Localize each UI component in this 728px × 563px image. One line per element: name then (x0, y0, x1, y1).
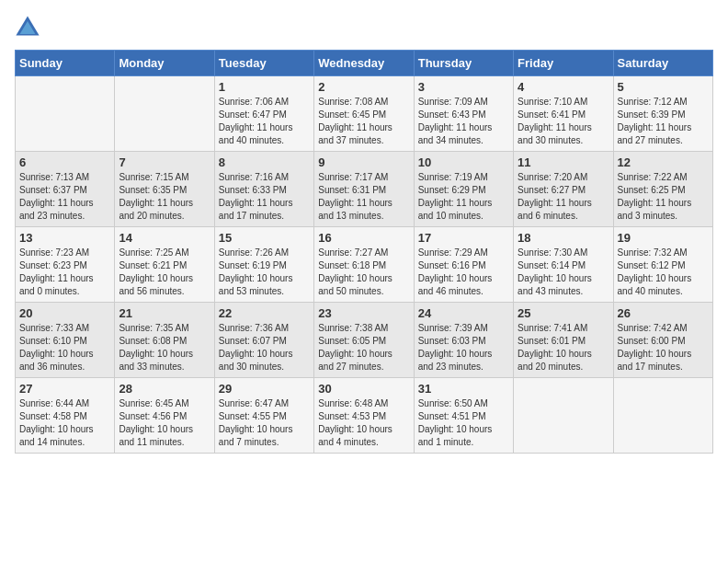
day-number: 18 (518, 231, 609, 245)
day-number: 3 (418, 80, 509, 94)
day-info: Sunrise: 7:08 AM Sunset: 6:45 PM Dayligh… (318, 96, 409, 147)
day-number: 19 (618, 231, 709, 245)
day-number: 14 (119, 231, 210, 245)
logo (15, 15, 44, 40)
calendar-cell: 24Sunrise: 7:39 AM Sunset: 6:03 PM Dayli… (414, 303, 513, 378)
calendar-week-row: 20Sunrise: 7:33 AM Sunset: 6:10 PM Dayli… (16, 303, 713, 378)
day-info: Sunrise: 7:30 AM Sunset: 6:14 PM Dayligh… (518, 247, 609, 298)
calendar-cell: 8Sunrise: 7:16 AM Sunset: 6:33 PM Daylig… (214, 152, 313, 227)
calendar-cell: 26Sunrise: 7:42 AM Sunset: 6:00 PM Dayli… (613, 303, 712, 378)
day-info: Sunrise: 7:22 AM Sunset: 6:25 PM Dayligh… (618, 171, 709, 223)
day-number: 9 (318, 155, 409, 169)
calendar-cell: 3Sunrise: 7:09 AM Sunset: 6:43 PM Daylig… (414, 76, 513, 152)
calendar-cell: 25Sunrise: 7:41 AM Sunset: 6:01 PM Dayli… (514, 303, 613, 378)
day-info: Sunrise: 6:50 AM Sunset: 4:51 PM Dayligh… (418, 397, 509, 449)
calendar-cell: 12Sunrise: 7:22 AM Sunset: 6:25 PM Dayli… (613, 152, 712, 227)
day-info: Sunrise: 7:38 AM Sunset: 6:05 PM Dayligh… (318, 322, 409, 373)
calendar-cell (115, 76, 214, 152)
calendar-week-row: 6Sunrise: 7:13 AM Sunset: 6:37 PM Daylig… (16, 152, 713, 227)
day-number: 1 (219, 80, 310, 94)
day-number: 26 (618, 306, 709, 320)
calendar-cell: 21Sunrise: 7:35 AM Sunset: 6:08 PM Dayli… (115, 303, 214, 378)
calendar-cell: 1Sunrise: 7:06 AM Sunset: 6:47 PM Daylig… (214, 76, 313, 152)
calendar-cell: 22Sunrise: 7:36 AM Sunset: 6:07 PM Dayli… (214, 303, 313, 378)
calendar-cell: 14Sunrise: 7:25 AM Sunset: 6:21 PM Dayli… (115, 227, 214, 303)
day-info: Sunrise: 7:15 AM Sunset: 6:35 PM Dayligh… (119, 171, 210, 223)
day-number: 25 (518, 306, 609, 320)
day-info: Sunrise: 7:20 AM Sunset: 6:27 PM Dayligh… (518, 171, 609, 223)
calendar-cell: 19Sunrise: 7:32 AM Sunset: 6:12 PM Dayli… (613, 227, 712, 303)
day-info: Sunrise: 6:44 AM Sunset: 4:58 PM Dayligh… (19, 397, 110, 449)
calendar-cell (514, 378, 613, 454)
calendar-cell: 9Sunrise: 7:17 AM Sunset: 6:31 PM Daylig… (314, 152, 414, 227)
day-number: 5 (618, 80, 709, 94)
day-number: 4 (518, 80, 609, 94)
calendar-cell (16, 76, 115, 152)
calendar-table: SundayMondayTuesdayWednesdayThursdayFrid… (15, 50, 713, 454)
day-info: Sunrise: 7:23 AM Sunset: 6:23 PM Dayligh… (19, 247, 110, 298)
day-number: 24 (418, 306, 509, 320)
day-number: 16 (318, 231, 409, 245)
day-info: Sunrise: 7:36 AM Sunset: 6:07 PM Dayligh… (219, 322, 310, 373)
day-number: 7 (119, 155, 210, 169)
calendar-week-row: 27Sunrise: 6:44 AM Sunset: 4:58 PM Dayli… (16, 378, 713, 454)
day-info: Sunrise: 7:26 AM Sunset: 6:19 PM Dayligh… (219, 247, 310, 298)
day-info: Sunrise: 7:33 AM Sunset: 6:10 PM Dayligh… (19, 322, 110, 373)
day-number: 27 (19, 382, 110, 396)
day-number: 23 (318, 306, 409, 320)
logo-icon (15, 15, 40, 40)
day-info: Sunrise: 7:29 AM Sunset: 6:16 PM Dayligh… (418, 247, 509, 298)
day-of-week-header: Tuesday (214, 51, 313, 76)
calendar-week-row: 1Sunrise: 7:06 AM Sunset: 6:47 PM Daylig… (16, 76, 713, 152)
calendar-cell: 18Sunrise: 7:30 AM Sunset: 6:14 PM Dayli… (514, 227, 613, 303)
day-info: Sunrise: 7:19 AM Sunset: 6:29 PM Dayligh… (418, 171, 509, 223)
day-info: Sunrise: 7:09 AM Sunset: 6:43 PM Dayligh… (418, 96, 509, 147)
day-number: 12 (618, 155, 709, 169)
day-info: Sunrise: 7:10 AM Sunset: 6:41 PM Dayligh… (518, 96, 609, 147)
calendar-cell: 7Sunrise: 7:15 AM Sunset: 6:35 PM Daylig… (115, 152, 214, 227)
calendar-cell: 4Sunrise: 7:10 AM Sunset: 6:41 PM Daylig… (514, 76, 613, 152)
day-of-week-header: Monday (115, 51, 214, 76)
calendar-cell: 5Sunrise: 7:12 AM Sunset: 6:39 PM Daylig… (613, 76, 712, 152)
day-number: 6 (19, 155, 110, 169)
day-info: Sunrise: 7:17 AM Sunset: 6:31 PM Dayligh… (318, 171, 409, 223)
day-info: Sunrise: 7:16 AM Sunset: 6:33 PM Dayligh… (219, 171, 310, 223)
day-info: Sunrise: 7:35 AM Sunset: 6:08 PM Dayligh… (119, 322, 210, 373)
day-number: 8 (219, 155, 310, 169)
day-info: Sunrise: 7:06 AM Sunset: 6:47 PM Dayligh… (219, 96, 310, 147)
calendar-cell: 13Sunrise: 7:23 AM Sunset: 6:23 PM Dayli… (16, 227, 115, 303)
day-number: 11 (518, 155, 609, 169)
day-info: Sunrise: 7:13 AM Sunset: 6:37 PM Dayligh… (19, 171, 110, 223)
day-info: Sunrise: 7:42 AM Sunset: 6:00 PM Dayligh… (618, 322, 709, 373)
day-number: 30 (318, 382, 409, 396)
calendar-week-row: 13Sunrise: 7:23 AM Sunset: 6:23 PM Dayli… (16, 227, 713, 303)
day-of-week-header: Thursday (414, 51, 513, 76)
day-number: 29 (219, 382, 310, 396)
day-number: 15 (219, 231, 310, 245)
day-info: Sunrise: 7:41 AM Sunset: 6:01 PM Dayligh… (518, 322, 609, 373)
day-info: Sunrise: 6:48 AM Sunset: 4:53 PM Dayligh… (318, 397, 409, 449)
day-of-week-header: Saturday (613, 51, 712, 76)
calendar-cell: 15Sunrise: 7:26 AM Sunset: 6:19 PM Dayli… (214, 227, 313, 303)
calendar-cell: 27Sunrise: 6:44 AM Sunset: 4:58 PM Dayli… (16, 378, 115, 454)
day-info: Sunrise: 7:12 AM Sunset: 6:39 PM Dayligh… (618, 96, 709, 147)
day-number: 2 (318, 80, 409, 94)
day-number: 28 (119, 382, 210, 396)
calendar-cell: 11Sunrise: 7:20 AM Sunset: 6:27 PM Dayli… (514, 152, 613, 227)
calendar-cell: 29Sunrise: 6:47 AM Sunset: 4:55 PM Dayli… (214, 378, 313, 454)
calendar-cell: 6Sunrise: 7:13 AM Sunset: 6:37 PM Daylig… (16, 152, 115, 227)
day-number: 21 (119, 306, 210, 320)
day-of-week-header: Friday (514, 51, 613, 76)
day-number: 31 (418, 382, 509, 396)
calendar-cell: 2Sunrise: 7:08 AM Sunset: 6:45 PM Daylig… (314, 76, 414, 152)
calendar-cell: 23Sunrise: 7:38 AM Sunset: 6:05 PM Dayli… (314, 303, 414, 378)
calendar-cell: 28Sunrise: 6:45 AM Sunset: 4:56 PM Dayli… (115, 378, 214, 454)
calendar-cell: 17Sunrise: 7:29 AM Sunset: 6:16 PM Dayli… (414, 227, 513, 303)
day-info: Sunrise: 7:25 AM Sunset: 6:21 PM Dayligh… (119, 247, 210, 298)
day-info: Sunrise: 7:39 AM Sunset: 6:03 PM Dayligh… (418, 322, 509, 373)
day-info: Sunrise: 7:27 AM Sunset: 6:18 PM Dayligh… (318, 247, 409, 298)
calendar-cell: 16Sunrise: 7:27 AM Sunset: 6:18 PM Dayli… (314, 227, 414, 303)
calendar-cell (613, 378, 712, 454)
day-of-week-header: Wednesday (314, 51, 414, 76)
page-header (15, 15, 713, 40)
